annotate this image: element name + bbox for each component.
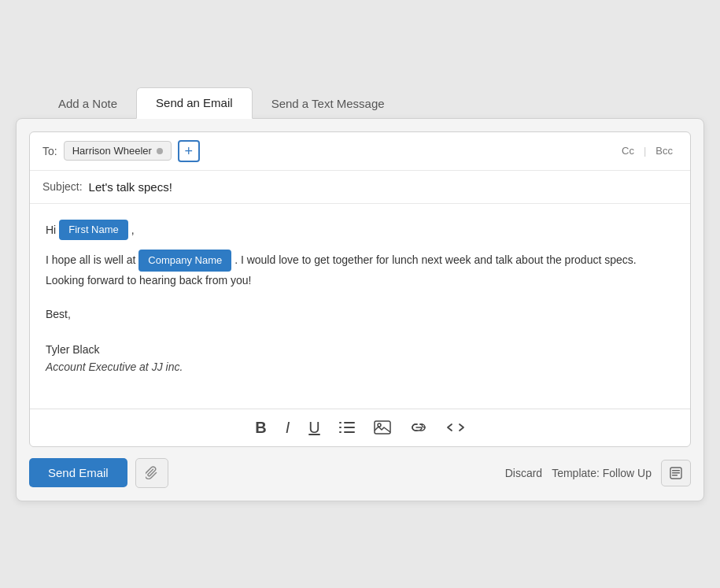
to-row: To: Harrison Wheeler + Cc | Bcc xyxy=(30,132,690,171)
signer-title: Account Executive at JJ inc. xyxy=(46,358,674,375)
svg-rect-2 xyxy=(339,427,342,428)
svg-rect-1 xyxy=(344,422,355,423)
tab-send-email[interactable]: Send an Email xyxy=(136,87,253,119)
recipient-chip[interactable]: Harrison Wheeler xyxy=(64,141,172,161)
hope-text: I hope all is well at xyxy=(46,253,135,266)
body-paragraph: I hope all is well at Company Name . I w… xyxy=(46,250,674,290)
footer-right: Discard Template: Follow Up xyxy=(505,460,691,486)
svg-rect-5 xyxy=(344,431,355,433)
discard-button[interactable]: Discard xyxy=(505,467,542,479)
underline-button[interactable]: U xyxy=(305,417,323,438)
formatting-toolbar: B I U xyxy=(30,409,690,446)
template-icon-button[interactable] xyxy=(661,460,691,486)
email-form: To: Harrison Wheeler + Cc | Bcc Subject:… xyxy=(29,131,691,447)
svg-rect-4 xyxy=(339,431,342,433)
comma-text: , xyxy=(131,221,135,239)
paperclip-icon xyxy=(146,466,158,480)
company-name-chip[interactable]: Company Name xyxy=(138,250,231,271)
link-button[interactable] xyxy=(407,420,430,435)
subject-label: Subject: xyxy=(42,180,83,193)
tab-add-note[interactable]: Add a Note xyxy=(39,89,136,118)
first-name-chip[interactable]: First Name xyxy=(59,220,128,241)
svg-rect-11 xyxy=(672,475,678,476)
svg-rect-10 xyxy=(672,472,680,474)
subject-row: Subject: Let's talk specs! xyxy=(30,171,690,204)
template-label: Template: Follow Up xyxy=(552,467,652,479)
signer-name: Tyler Black xyxy=(46,341,674,358)
tab-send-text[interactable]: Send a Text Message xyxy=(253,89,404,118)
closing-text: Best, xyxy=(46,305,674,323)
greeting-line: Hi First Name , xyxy=(46,220,674,241)
cc-bcc-group: Cc | Bcc xyxy=(617,145,678,157)
attach-button[interactable] xyxy=(135,458,168,488)
modal-wrapper: Add a Note Send an Email Send a Text Mes… xyxy=(16,87,704,501)
greeting-text: Hi xyxy=(46,221,56,239)
signature-block: Best, Tyler Black Account Executive at J… xyxy=(46,305,674,376)
email-card: To: Harrison Wheeler + Cc | Bcc Subject:… xyxy=(16,118,704,501)
image-button[interactable] xyxy=(371,419,394,436)
recipient-name: Harrison Wheeler xyxy=(72,145,152,157)
italic-button[interactable]: I xyxy=(282,417,294,438)
send-email-button[interactable]: Send Email xyxy=(29,458,127,487)
code-button[interactable] xyxy=(443,419,468,436)
svg-rect-9 xyxy=(672,470,680,472)
remove-recipient-icon[interactable] xyxy=(157,148,163,154)
email-body[interactable]: Hi First Name , I hope all is well at Co… xyxy=(30,204,690,409)
svg-rect-0 xyxy=(339,422,342,423)
cc-bcc-divider: | xyxy=(639,145,651,157)
subject-value[interactable]: Let's talk specs! xyxy=(89,180,172,194)
list-button[interactable] xyxy=(336,419,358,436)
bold-button[interactable]: B xyxy=(252,417,269,438)
bcc-button[interactable]: Bcc xyxy=(651,145,678,157)
tab-bar: Add a Note Send an Email Send a Text Mes… xyxy=(16,87,704,118)
template-icon xyxy=(670,467,682,479)
email-footer: Send Email Discard Template: Follow Up xyxy=(29,458,691,488)
svg-rect-3 xyxy=(344,427,355,428)
cc-button[interactable]: Cc xyxy=(617,145,639,157)
to-label: To: xyxy=(42,145,57,157)
add-recipient-button[interactable]: + xyxy=(178,140,200,162)
